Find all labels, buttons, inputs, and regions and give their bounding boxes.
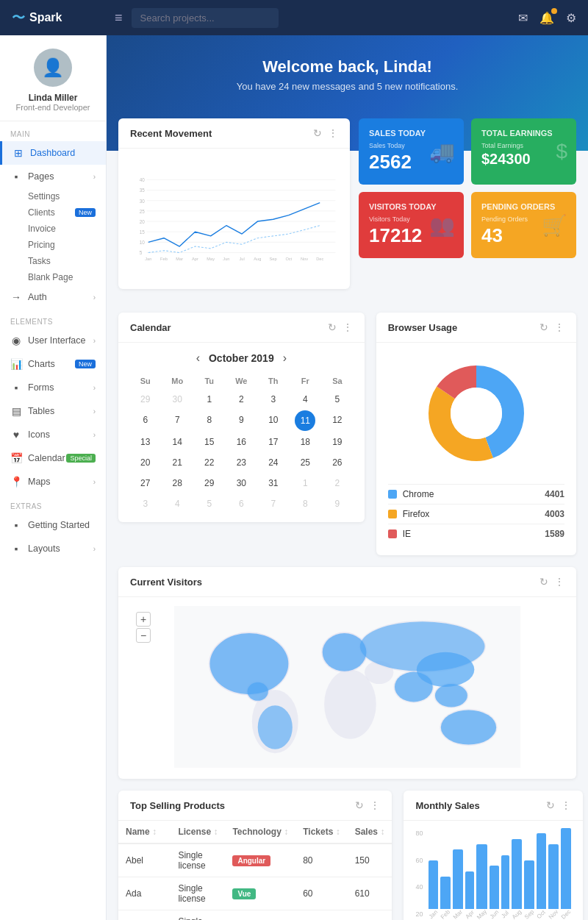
cal-day[interactable]: 14 [162, 432, 193, 452]
sidebar-item-icons[interactable]: ♥ Icons › [0, 423, 106, 446]
cal-day[interactable]: 19 [322, 432, 353, 452]
calendar-next-btn[interactable]: › [274, 352, 295, 365]
sidebar-item-dashboard[interactable]: ⊞ Dashboard [0, 141, 106, 165]
cal-day[interactable]: 31 [258, 474, 289, 493]
sidebar-item-user-interface[interactable]: ◉ User Interface › [0, 329, 106, 352]
calendar-nav: ‹ October 2019 › [130, 352, 353, 365]
cal-day[interactable]: 21 [162, 453, 193, 472]
cal-day[interactable]: 9 [226, 410, 257, 431]
svg-text:10: 10 [140, 240, 146, 245]
sidebar-item-pages[interactable]: ▪ Pages › [0, 165, 106, 188]
sidebar-item-tables[interactable]: ▤ Tables › [0, 399, 106, 423]
hamburger-icon[interactable]: ≡ [115, 10, 123, 26]
cal-day[interactable]: 23 [226, 453, 257, 472]
cal-day[interactable]: 22 [194, 453, 225, 472]
calendar-prev-btn[interactable]: ‹ [187, 352, 209, 365]
dashboard-icon: ⊞ [12, 147, 24, 159]
sidebar-item-calendar[interactable]: 📅 Calendar Special [0, 446, 106, 470]
sidebar-label-calendar: Calendar [28, 453, 65, 463]
cal-day[interactable]: 25 [290, 453, 321, 472]
cal-day[interactable]: 29 [130, 390, 161, 409]
bar-label: Oct [536, 909, 547, 920]
cal-day[interactable]: 6 [226, 494, 257, 513]
visitors-more-icon[interactable]: ⋮ [554, 576, 564, 588]
cal-day[interactable]: 7 [162, 410, 193, 431]
calendar-more-icon[interactable]: ⋮ [343, 321, 353, 333]
cal-header-tu: Tu [194, 374, 225, 388]
more-icon[interactable]: ⋮ [328, 127, 338, 139]
map-zoom-out-btn[interactable]: − [136, 628, 151, 643]
cal-day[interactable]: 9 [322, 494, 353, 513]
cal-day[interactable]: 27 [130, 474, 161, 493]
monthly-refresh-icon[interactable]: ↻ [546, 799, 555, 811]
sidebar-item-settings[interactable]: Settings [0, 188, 106, 204]
cal-day[interactable]: 8 [290, 494, 321, 513]
bar-col: Sep [524, 860, 534, 918]
col-name: Name ↕ [118, 821, 171, 844]
bar-label: Aug [510, 908, 522, 920]
cal-day[interactable]: 18 [290, 432, 321, 452]
firefox-label: Firefox [403, 509, 430, 519]
cal-day[interactable]: 24 [258, 453, 289, 472]
sidebar-item-clients[interactable]: Clients New [0, 204, 106, 221]
monthly-more-icon[interactable]: ⋮ [561, 799, 571, 811]
cal-day[interactable]: 10 [258, 410, 289, 431]
cal-day[interactable]: 8 [194, 410, 225, 431]
browser-refresh-icon[interactable]: ↻ [539, 321, 548, 333]
sidebar-item-blank-page[interactable]: Blank Page [0, 269, 106, 285]
cal-day[interactable]: 3 [258, 390, 289, 409]
products-table: Name ↕ License ↕ Technology ↕ Tickets ↕ … [118, 821, 392, 920]
sidebar-item-pricing[interactable]: Pricing [0, 237, 106, 253]
cal-day[interactable]: 3 [130, 494, 161, 513]
cal-day[interactable]: 1 [194, 390, 225, 409]
icons-icon: ♥ [10, 429, 22, 441]
cal-day[interactable]: 13 [130, 432, 161, 452]
visitors-refresh-icon[interactable]: ↻ [539, 576, 548, 588]
bar-label: Jun [489, 909, 500, 920]
cal-day[interactable]: 30 [226, 474, 257, 493]
sidebar-item-tasks[interactable]: Tasks [0, 253, 106, 269]
products-more-icon[interactable]: ⋮ [370, 799, 380, 811]
cal-day[interactable]: 30 [162, 390, 193, 409]
cal-day[interactable]: 12 [322, 410, 353, 431]
sidebar-item-invoice[interactable]: Invoice [0, 221, 106, 237]
bell-icon[interactable]: 🔔 [539, 11, 554, 25]
cal-day[interactable]: 17 [258, 432, 289, 452]
bar [548, 844, 559, 909]
cal-day[interactable]: 16 [226, 432, 257, 452]
cal-day[interactable]: 5 [194, 494, 225, 513]
refresh-icon[interactable]: ↻ [313, 127, 322, 139]
cal-day[interactable]: 15 [194, 432, 225, 452]
cal-day[interactable]: 26 [322, 453, 353, 472]
cal-day[interactable]: 4 [162, 494, 193, 513]
sidebar-item-forms[interactable]: ▪ Forms › [0, 376, 106, 399]
mail-icon[interactable]: ✉ [518, 11, 528, 25]
topnav-right: ✉ 🔔 ⚙ [518, 11, 576, 25]
cal-day[interactable]: 28 [162, 474, 193, 493]
sidebar-item-layouts[interactable]: ▪ Layouts › [0, 537, 106, 560]
cal-day[interactable]: 2 [322, 474, 353, 493]
cal-day[interactable]: 20 [130, 453, 161, 472]
browser-more-icon[interactable]: ⋮ [554, 321, 564, 333]
sidebar-item-charts[interactable]: 📊 Charts New [0, 352, 106, 376]
cal-day[interactable]: 1 [290, 474, 321, 493]
hero-title: Welcome back, Linda! [121, 57, 573, 76]
cal-day[interactable]: 2 [226, 390, 257, 409]
sidebar-label-dashboard: Dashboard [30, 148, 75, 158]
cal-day[interactable]: 6 [130, 410, 161, 431]
cal-day-today[interactable]: 11 [295, 410, 315, 431]
calendar-refresh-icon[interactable]: ↻ [328, 321, 337, 333]
search-input[interactable] [132, 8, 279, 28]
monthly-sales-title: Monthly Sales [415, 800, 540, 811]
cal-day[interactable]: 4 [290, 390, 321, 409]
sidebar-label-charts: Charts [28, 359, 55, 369]
cal-day[interactable]: 5 [322, 390, 353, 409]
cal-day[interactable]: 7 [258, 494, 289, 513]
gear-icon[interactable]: ⚙ [566, 11, 576, 25]
sidebar-item-maps[interactable]: 📍 Maps › [0, 470, 106, 493]
products-refresh-icon[interactable]: ↻ [355, 799, 364, 811]
map-zoom-in-btn[interactable]: + [136, 612, 151, 627]
cal-day[interactable]: 29 [194, 474, 225, 493]
sidebar-item-getting-started[interactable]: ▪ Getting Started [0, 513, 106, 537]
sidebar-item-auth[interactable]: → Auth › [0, 285, 106, 309]
